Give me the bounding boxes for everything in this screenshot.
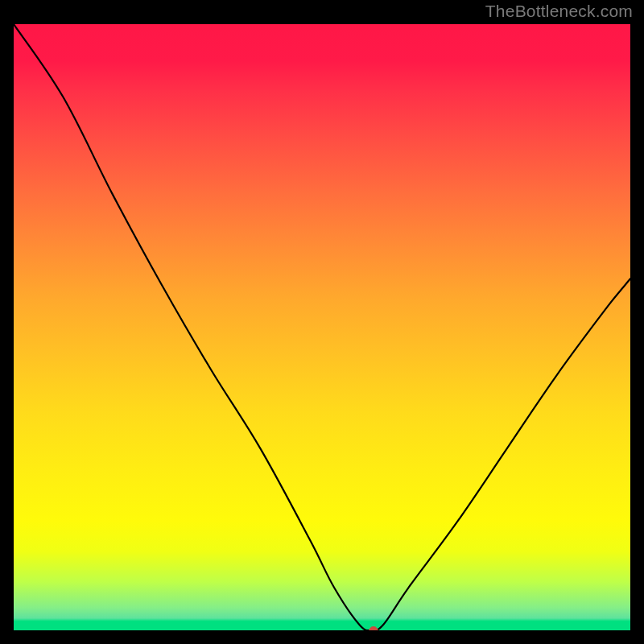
plot-area bbox=[12, 23, 632, 632]
bottleneck-curve-path bbox=[14, 24, 630, 630]
watermark-text: TheBottleneck.com bbox=[485, 2, 633, 21]
bottleneck-curve-svg bbox=[14, 24, 630, 630]
chart-frame: TheBottleneck.com bbox=[0, 0, 644, 644]
